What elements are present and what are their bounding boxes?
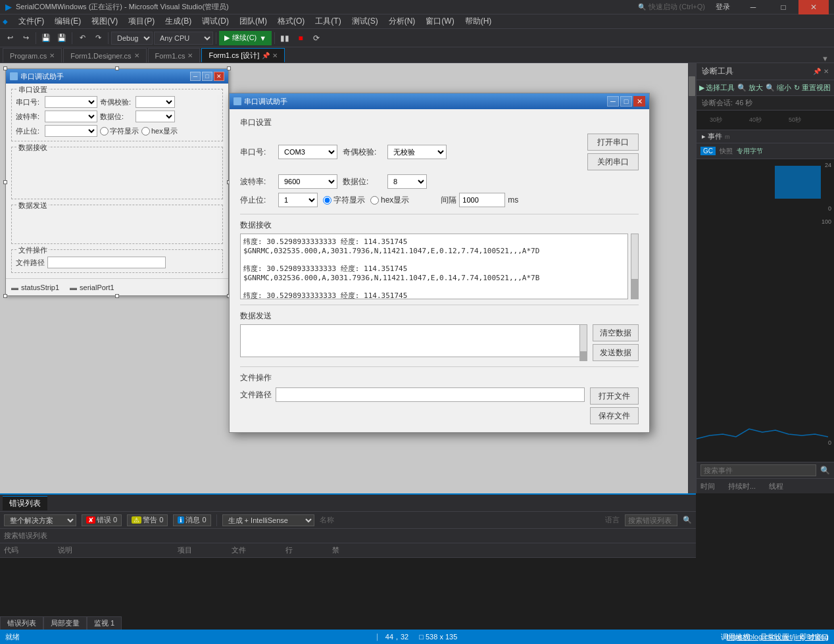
send-scrollthumb[interactable] xyxy=(580,351,587,360)
tab-dropdown-button[interactable]: ▼ xyxy=(819,55,831,62)
baud-select[interactable]: 9600 xyxy=(278,174,337,189)
menu-debug[interactable]: 调试(D) xyxy=(197,14,234,28)
send-data-button[interactable]: 发送数据 xyxy=(593,344,639,361)
open-file-button[interactable]: 打开文件 xyxy=(590,387,639,405)
stopbits-select[interactable]: 1 xyxy=(278,193,318,207)
bg-databits-select[interactable] xyxy=(135,111,175,122)
bg-min-button[interactable]: ─ xyxy=(190,72,201,81)
menu-view[interactable]: 视图(V) xyxy=(86,14,123,28)
handle-left[interactable] xyxy=(3,180,7,184)
port-select[interactable]: COM3 xyxy=(278,145,337,159)
tab-active-close[interactable]: ✕ xyxy=(272,52,278,59)
menu-help[interactable]: 帮助(H) xyxy=(460,14,497,28)
reset-view-button[interactable]: ↻ 重置视图 xyxy=(794,83,831,93)
bottom-tab-locals[interactable]: 局部变量 xyxy=(43,616,87,630)
search-events-input[interactable] xyxy=(700,464,816,476)
tab-form1-designer-close[interactable]: ✕ xyxy=(134,52,139,59)
dialog-max-button[interactable]: □ xyxy=(620,96,632,107)
menu-analyze[interactable]: 分析(N) xyxy=(383,14,421,28)
toolbar-saveall[interactable]: 💾 xyxy=(55,31,69,45)
recv-scrollthumb[interactable] xyxy=(631,279,638,299)
menu-file[interactable]: 文件(F) xyxy=(13,14,49,28)
toolbar-back[interactable]: ↩ xyxy=(3,31,17,45)
toolbar-forward[interactable]: ↪ xyxy=(18,31,33,45)
recv-textarea[interactable]: 纬度: 30.5298933333333 经度: 114.351745 $GNR… xyxy=(240,234,628,299)
continue-button[interactable]: ▶ 继续(C) ▼ xyxy=(219,31,272,45)
stop-button[interactable]: ■ xyxy=(293,31,308,45)
canvas-scrollbar[interactable] xyxy=(688,63,696,493)
canvas-scrollthumb[interactable] xyxy=(689,76,695,96)
tab-form1[interactable]: Form1.cs ✕ xyxy=(148,48,201,62)
diag-pin-button[interactable]: 📌 xyxy=(813,68,821,75)
scope-select[interactable]: 整个解决方案 xyxy=(4,514,76,526)
bg-baud-select[interactable] xyxy=(45,111,97,122)
dialog-min-button[interactable]: ─ xyxy=(607,96,619,107)
zoom-in-button[interactable]: 🔍 放大 xyxy=(737,83,763,93)
menu-format[interactable]: 格式(O) xyxy=(272,14,310,28)
handle-top[interactable] xyxy=(115,66,119,70)
diag-close-button[interactable]: ✕ xyxy=(823,68,829,75)
tab-form1-close[interactable]: ✕ xyxy=(187,52,193,59)
quick-launch-label[interactable]: 快速启动 (Ctrl+Q) xyxy=(649,2,705,12)
handle-topright[interactable] xyxy=(227,66,231,70)
tab-active-pin[interactable]: 📌 xyxy=(262,52,270,59)
search-events-icon[interactable]: 🔍 xyxy=(820,466,830,475)
interval-input[interactable] xyxy=(459,193,505,207)
maximize-button[interactable]: □ xyxy=(768,0,798,14)
dialog-close-button[interactable]: ✕ xyxy=(633,96,645,107)
bg-max-button[interactable]: □ xyxy=(202,72,212,81)
toolbar-save[interactable]: 💾 xyxy=(39,31,53,45)
build-filter-select[interactable]: 生成 + IntelliSense xyxy=(222,514,314,526)
radio-char[interactable] xyxy=(323,196,331,205)
tab-program-close[interactable]: ✕ xyxy=(49,52,55,59)
errors-filter-button[interactable]: ✘ 错误 0 xyxy=(82,514,122,526)
databits-select[interactable]: 8 xyxy=(387,174,427,189)
bottom-tab-errorlist[interactable]: 错误列表 xyxy=(0,616,43,630)
bg-filepath-input[interactable] xyxy=(47,257,166,268)
restart-button[interactable]: ⟳ xyxy=(309,31,324,45)
close-port-button[interactable]: 关闭串口 xyxy=(587,153,639,170)
tab-form1-design-active[interactable]: Form1.cs [设计] 📌 ✕ xyxy=(201,48,285,62)
platform-select[interactable]: Any CPU xyxy=(154,32,213,45)
handle-topleft[interactable] xyxy=(3,66,7,70)
tab-form1-designer[interactable]: Form1.Designer.cs ✕ xyxy=(63,48,146,62)
menu-edit[interactable]: 编辑(E) xyxy=(49,14,86,28)
clear-data-button[interactable]: 清空数据 xyxy=(593,324,639,341)
error-search-icon[interactable]: 🔍 xyxy=(683,516,692,524)
menu-window[interactable]: 窗口(W) xyxy=(420,14,459,28)
debug-config-select[interactable]: Debug xyxy=(111,32,153,45)
zoom-out-button[interactable]: 🔍 缩小 xyxy=(766,83,791,93)
open-port-button[interactable]: 打开串口 xyxy=(587,134,639,151)
bg-radio-hex[interactable] xyxy=(141,127,150,136)
send-textarea[interactable] xyxy=(240,324,587,357)
parity-select[interactable]: 无校验 xyxy=(387,145,447,159)
bg-stopbits-select[interactable] xyxy=(45,125,97,137)
toolbar-undo[interactable]: ↶ xyxy=(75,31,89,45)
bg-port-select[interactable] xyxy=(45,96,97,108)
menu-team[interactable]: 团队(M) xyxy=(234,14,272,28)
warnings-filter-button[interactable]: ⚠ 警告 0 xyxy=(127,514,168,526)
minimize-button[interactable]: ─ xyxy=(738,0,768,14)
tab-program[interactable]: Program.cs ✕ xyxy=(3,48,62,62)
menu-project[interactable]: 项目(P) xyxy=(123,14,160,28)
toolbar-redo[interactable]: ↷ xyxy=(91,31,105,45)
messages-filter-button[interactable]: ℹ 消息 0 xyxy=(173,514,210,526)
bg-parity-select[interactable] xyxy=(135,96,175,108)
menu-test[interactable]: 测试(S) xyxy=(347,14,383,28)
radio-hex[interactable] xyxy=(370,196,379,205)
bg-close-button[interactable]: ✕ xyxy=(214,72,224,81)
bg-radio-char[interactable] xyxy=(100,127,109,136)
error-search-input[interactable] xyxy=(625,514,677,526)
handle-bottom[interactable] xyxy=(115,294,119,298)
status-url[interactable]: https://blog.csdn.net/jing_zhong xyxy=(727,633,829,641)
menu-build[interactable]: 生成(B) xyxy=(160,14,197,28)
handle-bottomleft[interactable] xyxy=(3,294,7,298)
error-list-tab[interactable]: 错误列表 xyxy=(3,496,47,510)
pause-button[interactable]: ▮▮ xyxy=(278,31,292,45)
bottom-tab-watch1[interactable]: 监视 1 xyxy=(87,616,122,630)
menu-tools[interactable]: 工具(T) xyxy=(310,14,346,28)
close-button[interactable]: ✕ xyxy=(798,0,829,14)
login-label[interactable]: 登录 xyxy=(716,2,730,12)
filepath-input[interactable] xyxy=(276,387,585,402)
select-tool-button[interactable]: ▶ 选择工具 xyxy=(699,83,735,93)
